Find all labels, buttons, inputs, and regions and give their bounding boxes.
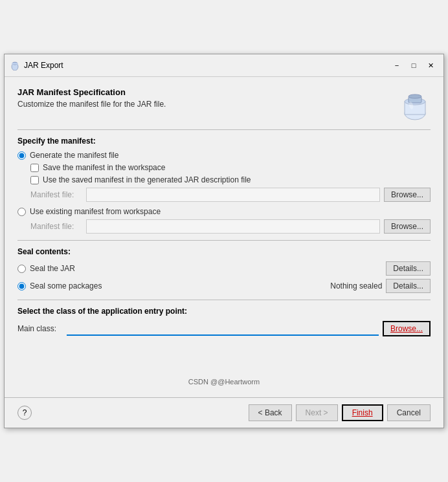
finish-button[interactable]: Finish — [342, 404, 383, 421]
dialog-subtitle: Customize the manifest file for the JAR … — [17, 100, 166, 109]
close-button[interactable]: ✕ — [423, 58, 438, 72]
manifest-file1-row: Manifest file: Browse... — [17, 188, 431, 202]
seal-packages-details-button[interactable]: Details... — [386, 279, 431, 293]
header-text: JAR Manifest Specification Customize the… — [17, 87, 166, 109]
main-class-label: Main class: — [17, 324, 63, 333]
generate-manifest-radio[interactable] — [17, 151, 26, 160]
maximize-button[interactable]: □ — [406, 58, 421, 72]
dialog-title: JAR Manifest Specification — [17, 87, 166, 97]
entry-point-label: Select the class of the application entr… — [17, 307, 431, 316]
manifest-section-title: Specify the manifest: — [17, 137, 431, 146]
main-class-input[interactable] — [67, 322, 379, 336]
seal-jar-row: Seal the JAR Details... — [17, 261, 431, 276]
manifest-file1-input[interactable] — [86, 188, 380, 202]
use-existing-manifest-label: Use existing manifest from workspace — [30, 207, 161, 216]
header-section: JAR Manifest Specification Customize the… — [17, 87, 431, 123]
dialog-content: JAR Manifest Specification Customize the… — [5, 77, 443, 375]
save-manifest-checkbox[interactable] — [30, 164, 39, 172]
svg-rect-2 — [12, 63, 18, 65]
footer-right: < Back Next > Finish Cancel — [249, 404, 431, 421]
main-class-row: Main class: Browse... — [17, 321, 431, 336]
watermark: CSDN @@Heartworm — [5, 375, 443, 387]
seal-divider — [17, 240, 431, 241]
manifest-file2-input[interactable] — [86, 219, 380, 234]
seal-packages-label: Seal some packages — [30, 281, 102, 290]
save-manifest-label: Save the manifest in the workspace — [43, 163, 165, 172]
header-divider — [17, 129, 431, 130]
minimize-button[interactable]: − — [389, 58, 405, 72]
titlebar-controls: − □ ✕ — [389, 58, 438, 72]
seal-jar-details-button[interactable]: Details... — [386, 261, 431, 276]
save-manifest-row: Save the manifest in the workspace — [17, 163, 431, 172]
cancel-button[interactable]: Cancel — [387, 404, 431, 421]
main-class-browse-label: Browse... — [390, 324, 423, 333]
titlebar: JAR Export − □ ✕ — [5, 54, 443, 77]
generate-manifest-row: Generate the manifest file — [17, 151, 431, 160]
seal-packages-radio[interactable] — [17, 282, 26, 290]
jar-export-window: JAR Export − □ ✕ JAR Manifest Specificat… — [4, 54, 444, 428]
finish-label: Finish — [352, 408, 373, 417]
back-button[interactable]: < Back — [249, 404, 292, 421]
titlebar-title: JAR Export — [24, 61, 63, 70]
manifest-file2-row: Manifest file: Browse... — [17, 219, 431, 234]
manifest-file1-label: Manifest file: — [30, 190, 82, 199]
nothing-sealed-text: Nothing sealed — [330, 281, 382, 290]
seal-jar-label: Seal the JAR — [30, 264, 75, 273]
help-button[interactable]: ? — [17, 406, 32, 420]
use-existing-manifest-row: Use existing manifest from workspace — [17, 207, 431, 216]
manifest-file2-browse-button[interactable]: Browse... — [384, 219, 431, 234]
svg-point-7 — [409, 94, 421, 98]
use-existing-manifest-radio[interactable] — [17, 208, 26, 216]
use-saved-manifest-checkbox[interactable] — [30, 176, 39, 184]
jar-icon — [399, 87, 431, 123]
entry-point-divider — [17, 300, 431, 300]
seal-packages-row: Seal some packages Nothing sealed Detail… — [17, 279, 431, 293]
manifest-file2-label: Manifest file: — [30, 222, 82, 231]
dialog-footer: ? < Back Next > Finish Cancel — [5, 397, 443, 428]
footer-left: ? — [17, 406, 32, 420]
titlebar-icon — [10, 60, 20, 71]
seal-jar-radio[interactable] — [17, 265, 26, 273]
use-saved-manifest-label: Use the saved manifest in the generated … — [43, 175, 251, 184]
use-saved-manifest-row: Use the saved manifest in the generated … — [17, 175, 431, 184]
next-button[interactable]: Next > — [296, 404, 338, 421]
seal-section-title: Seal contents: — [17, 247, 431, 256]
manifest-file1-browse-button[interactable]: Browse... — [384, 188, 431, 202]
main-class-browse-button[interactable]: Browse... — [383, 321, 431, 336]
generate-manifest-label: Generate the manifest file — [30, 151, 118, 160]
